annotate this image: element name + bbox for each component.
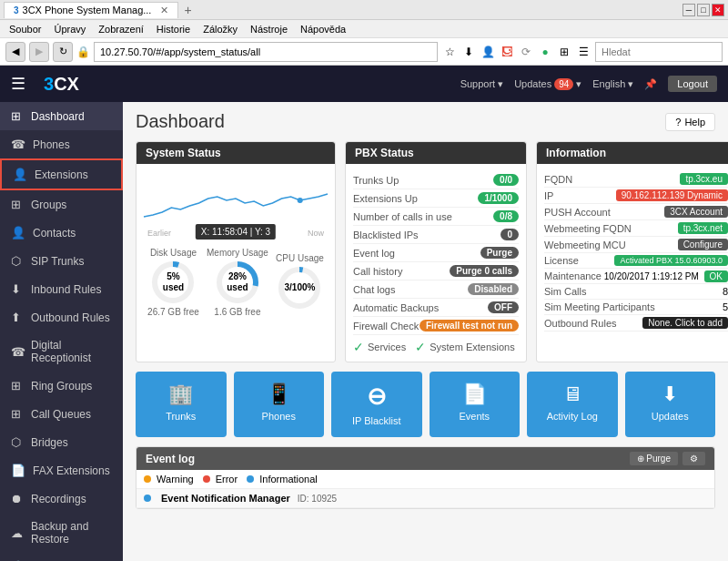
event-source: Event Notification Manager: [161, 493, 290, 504]
pbx-callhistory-value[interactable]: Purge 0 calls: [450, 265, 519, 277]
help-btn[interactable]: ? Help: [665, 113, 715, 131]
updates-btn[interactable]: Updates 94 ▾: [514, 78, 581, 90]
event-log-settings-btn[interactable]: ⚙: [682, 452, 705, 465]
pbx-trunks-label: Trunks Up: [353, 175, 399, 186]
sidebar-item-phones[interactable]: ☎ Phones: [0, 130, 123, 158]
sidebar-item-contacts[interactable]: 👤 Contacts: [0, 219, 123, 247]
maintenance-ok-badge: OK: [704, 270, 728, 282]
search-input[interactable]: [595, 42, 723, 62]
sidebar-item-ring-groups[interactable]: ⊞ Ring Groups: [0, 372, 123, 400]
logo: 3CX: [44, 74, 79, 95]
menu-zalozky[interactable]: Záložky: [197, 23, 243, 36]
hamburger-icon[interactable]: ☰: [11, 74, 25, 94]
menu-nastroje[interactable]: Nástroje: [245, 23, 293, 36]
sidebar-item-groups[interactable]: ⊞ Groups: [0, 190, 123, 219]
pbx-calls-value: 0/8: [493, 210, 519, 222]
pbx-firewall-value[interactable]: Firewall test not run: [420, 320, 519, 332]
legend-error: Error: [203, 474, 238, 484]
user-icon[interactable]: 👤: [480, 44, 496, 60]
sidebar-item-call-queues-label: Call Queues: [31, 408, 91, 421]
sidebar-item-call-log[interactable]: 📋 Call Log: [0, 553, 123, 561]
page-title: Dashboard: [136, 111, 225, 132]
minimize-btn[interactable]: ─: [682, 4, 695, 16]
pbx-chatlogs-value: Disabled: [468, 283, 519, 295]
event-log-purge-btn[interactable]: ⊕ Purge: [630, 452, 678, 465]
phones-action-label: Phones: [262, 411, 296, 422]
sidebar-item-contacts-label: Contacts: [33, 227, 76, 240]
support-chevron: ▾: [498, 78, 503, 90]
main-layout: ⊞ Dashboard ☎ Phones 👤 Extensions ⊞ Grou…: [0, 102, 728, 561]
menu-historie[interactable]: Historie: [151, 23, 196, 36]
close-btn[interactable]: ✕: [712, 4, 724, 16]
forward-btn[interactable]: ▶: [29, 42, 49, 62]
sync-icon[interactable]: ⟳: [518, 44, 534, 60]
logout-btn[interactable]: Logout: [668, 76, 717, 92]
info-simmeeting-label: Sim Meeting Participants: [544, 301, 655, 312]
sidebar-item-outbound-rules[interactable]: ⬆ Outbound Rules: [0, 303, 123, 332]
sip-trunks-icon: ⬡: [11, 254, 24, 268]
sidebar-item-recordings-label: Recordings: [31, 493, 86, 505]
browser-tab[interactable]: 3 3CX Phone System Manag... ✕: [4, 2, 178, 18]
info-outbound-value[interactable]: None. Click to add: [642, 317, 728, 329]
menu-soubor[interactable]: Soubor: [4, 23, 46, 36]
info-ip-value: 90.162.112.139 Dynamic: [616, 189, 728, 201]
back-btn[interactable]: ◀: [5, 42, 25, 62]
cards-row: System Status X: 11:58:04 | Y: 3 Earlier: [136, 141, 715, 362]
updates-action-btn[interactable]: ⬇ Updates: [625, 372, 716, 437]
events-btn[interactable]: 📄 Events: [430, 372, 521, 437]
sidebar-item-recordings[interactable]: ⏺ Recordings: [0, 484, 123, 513]
pbx-eventlog-label: Event log: [353, 248, 395, 259]
download-icon[interactable]: ⬇: [460, 44, 477, 60]
sidebar-item-sip-trunks[interactable]: ⬡ SIP Trunks: [0, 247, 123, 275]
receptionist-icon: ☎: [11, 345, 24, 359]
menu-bar: Soubor Úpravy Zobrazení Historie Záložky…: [0, 20, 728, 38]
menu-zobrazeni[interactable]: Zobrazení: [93, 23, 149, 36]
sidebar-item-fax[interactable]: 📄 FAX Extensions: [0, 456, 123, 484]
menu-upravy[interactable]: Úpravy: [48, 23, 91, 36]
ip-blacklist-btn[interactable]: ⊖ IP Blacklist: [331, 372, 422, 437]
trunks-btn[interactable]: 🏢 Trunks: [136, 372, 227, 437]
vpn-icon[interactable]: ⛾: [499, 44, 515, 60]
cpu-usage: CPU Usage 3/100%: [276, 253, 324, 312]
disk-usage: Disk Usage 5% used 26.7 GB free: [147, 248, 199, 317]
sidebar-item-extensions[interactable]: 👤 Extensions: [0, 158, 123, 190]
reload-btn[interactable]: ↻: [53, 42, 73, 62]
menu-napoveda[interactable]: Nápověda: [295, 23, 351, 36]
sidebar-item-bridges[interactable]: ⬡ Bridges: [0, 428, 123, 456]
fax-icon: 📄: [11, 464, 25, 477]
sidebar-item-call-queues[interactable]: ⊞ Call Queues: [0, 400, 123, 428]
sidebar-item-inbound-label: Inbound Rules: [31, 283, 101, 296]
star-icon[interactable]: ☆: [441, 44, 458, 60]
pbx-blacklisted-value: 0: [500, 229, 519, 240]
apps-icon[interactable]: ⊞: [556, 44, 572, 60]
language-chevron: ▾: [628, 78, 633, 90]
memory-label: Memory Usage: [207, 248, 268, 258]
ring-groups-icon: ⊞: [11, 379, 24, 393]
info-fqdn-value: tp.3cx.eu: [680, 173, 728, 185]
sidebar-item-inbound-rules[interactable]: ⬇ Inbound Rules: [0, 275, 123, 303]
address-input[interactable]: [94, 42, 438, 62]
tab-close[interactable]: ✕: [160, 5, 168, 16]
event-row: Event Notification Manager ID: 10925: [136, 489, 714, 508]
updates-label: Updates: [514, 78, 551, 89]
pbx-status-card: PBX Status Trunks Up 0/0 Extensions Up 1…: [345, 141, 527, 362]
pin-icon[interactable]: 📌: [644, 78, 657, 90]
phones-action-btn[interactable]: 📱 Phones: [234, 372, 325, 437]
info-mcu-value[interactable]: Configure: [678, 239, 728, 250]
pbx-firewall-label: Firewall Check: [353, 321, 419, 332]
info-label: Informational: [259, 474, 318, 484]
pbx-eventlog-value[interactable]: Purge: [480, 247, 519, 259]
info-simmeeting-value: 5: [723, 301, 728, 312]
help-label: Help: [684, 117, 705, 128]
sidebar-item-digital-receptionist[interactable]: ☎ Digital Receptionist: [0, 332, 123, 372]
activity-log-btn[interactable]: 🖥 Activity Log: [527, 372, 618, 437]
new-tab-btn[interactable]: +: [184, 3, 191, 17]
sidebar-item-dashboard[interactable]: ⊞ Dashboard: [0, 102, 123, 130]
pbx-backups-label: Automatic Backups: [353, 302, 439, 313]
green-icon[interactable]: ●: [537, 44, 553, 60]
support-btn[interactable]: Support ▾: [460, 78, 504, 90]
menu-icon[interactable]: ☰: [575, 44, 592, 60]
maximize-btn[interactable]: □: [697, 4, 710, 16]
language-btn[interactable]: English ▾: [592, 78, 633, 90]
sidebar-item-backup[interactable]: ☁ Backup and Restore: [0, 513, 123, 553]
